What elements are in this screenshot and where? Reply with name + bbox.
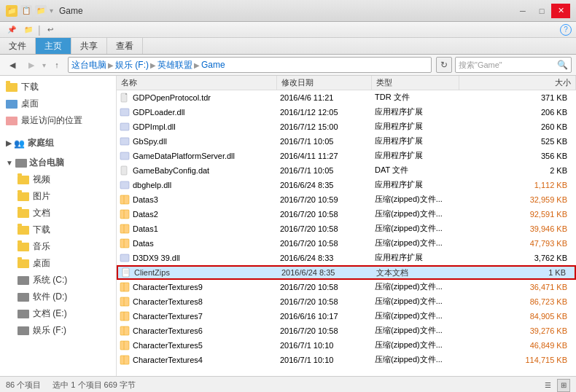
sidebar-item-computer[interactable]: ▼ 这台电脑 xyxy=(0,154,116,171)
crumb-league[interactable]: 英雄联盟 xyxy=(157,59,192,71)
zip-icon xyxy=(120,340,130,350)
file-list: GDPOpenProtocol.tdr 2016/4/6 11:21 TDR 文… xyxy=(117,90,576,376)
sidebar-item-pictures[interactable]: 图片 xyxy=(0,188,116,205)
properties-btn[interactable]: 📌 xyxy=(4,23,19,36)
crumb-drive[interactable]: 娱乐 (F:) xyxy=(115,59,149,71)
dll-icon xyxy=(120,151,130,161)
zip-icon xyxy=(120,224,130,234)
folder-icon xyxy=(17,176,29,184)
back-button[interactable]: ◀ xyxy=(4,57,20,73)
sidebar-item-music[interactable]: 音乐 xyxy=(0,238,116,255)
search-field[interactable]: 搜索"Game" 🔍 xyxy=(455,57,572,73)
header-date[interactable]: 修改日期 xyxy=(277,76,372,90)
sidebar: 下载 桌面 最近访问的位置 ▶ 👥 家庭组 ▼ 这台电脑 视频 图片 xyxy=(0,76,117,376)
svg-rect-29 xyxy=(120,341,129,350)
sidebar-label: 娱乐 (F:) xyxy=(33,324,66,337)
table-row[interactable]: D3DX9 39.dll 2016/6/24 8:33 应用程序扩展 3,762… xyxy=(117,251,576,265)
table-row[interactable]: CharacterTextures7 2016/6/16 10:17 压缩(zi… xyxy=(117,309,576,324)
table-row[interactable]: CharacterTextures8 2016/7/20 10:58 压缩(zi… xyxy=(117,294,576,309)
crumb-sep1: ▶ xyxy=(108,61,114,69)
up-button[interactable]: ↑ xyxy=(49,57,65,73)
dll-icon xyxy=(120,253,130,263)
sidebar-item-drive-e[interactable]: 文档 (E:) xyxy=(0,305,116,322)
sidebar-item-docs[interactable]: 文档 xyxy=(0,205,116,222)
table-row[interactable]: CharacterTextures9 2016/7/20 10:58 压缩(zi… xyxy=(117,280,576,294)
table-row[interactable]: GameBabyConfig.dat 2016/7/1 10:05 DAT 文件… xyxy=(117,163,576,178)
forward-button[interactable]: ▶ xyxy=(23,57,39,73)
table-row[interactable]: GDPImpl.dll 2016/7/12 15:00 应用程序扩展 260 K… xyxy=(117,119,576,134)
txt-icon xyxy=(121,267,131,278)
quick-access-toolbar: 📌 📁 | ↩ ? xyxy=(0,22,576,38)
homegroup-icon: 👥 xyxy=(14,138,26,149)
table-row[interactable]: Datas1 2016/7/20 10:58 压缩(zipped)文件... 3… xyxy=(117,222,576,236)
ribbon: 文件 主页 共享 查看 xyxy=(0,38,576,55)
file-icon xyxy=(120,93,130,103)
undo-btn[interactable]: ↩ xyxy=(43,23,58,36)
table-row[interactable]: dbghelp.dll 2016/6/24 8:35 应用程序扩展 1,112 … xyxy=(117,178,576,192)
zip-icon xyxy=(120,311,130,321)
table-row[interactable]: Datas3 2016/7/20 10:59 压缩(zipped)文件... 3… xyxy=(117,192,576,207)
computer-icon xyxy=(15,159,27,168)
table-row[interactable]: GameDataPlatformServer.dll 2016/4/11 11:… xyxy=(117,149,576,163)
svg-rect-25 xyxy=(120,312,129,321)
dll-icon xyxy=(120,122,130,132)
tab-share[interactable]: 共享 xyxy=(71,38,107,54)
ribbon-tabs: 文件 主页 共享 查看 xyxy=(0,38,576,54)
selected-info: 选中 1 个项目 669 字节 xyxy=(52,380,136,391)
svg-rect-12 xyxy=(120,224,129,233)
sidebar-item-drive-d[interactable]: 软件 (D:) xyxy=(0,289,116,305)
tab-view[interactable]: 查看 xyxy=(107,38,143,54)
folder-icon xyxy=(17,259,29,268)
table-row-selected[interactable]: ClientZips 2016/6/24 8:35 文本文档 1 KB xyxy=(117,265,576,280)
header-size[interactable]: 大小 xyxy=(459,76,576,90)
table-row[interactable]: Datas2 2016/7/20 10:58 压缩(zipped)文件... 9… xyxy=(117,207,576,222)
address-field[interactable]: 这台电脑 ▶ 娱乐 (F:) ▶ 英雄联盟 ▶ Game xyxy=(68,57,432,73)
status-bar: 86 个项目 选中 1 个项目 669 字节 ☰ ⊞ xyxy=(0,376,576,392)
sidebar-item-recent[interactable]: 最近访问的位置 xyxy=(0,112,116,129)
maximize-button[interactable]: □ xyxy=(532,4,551,18)
sidebar-item-drive-c[interactable]: 系统 (C:) xyxy=(0,272,116,289)
crumb-computer[interactable]: 这台电脑 xyxy=(71,59,106,71)
search-icon: 🔍 xyxy=(557,60,568,70)
table-row[interactable]: GDPLoader.dll 2016/1/12 12:05 应用程序扩展 206… xyxy=(117,105,576,119)
crumb-sep3: ▶ xyxy=(194,61,200,69)
svg-rect-27 xyxy=(120,326,129,335)
sidebar-item-desktop[interactable]: 桌面 xyxy=(0,95,116,112)
table-row[interactable]: CharacterTextures4 2016/7/1 10:10 压缩(zip… xyxy=(117,353,576,367)
svg-rect-6 xyxy=(121,166,127,175)
sidebar-item-downloads[interactable]: 下载 xyxy=(0,79,116,95)
table-row[interactable]: CharacterTextures5 2016/7/1 10:10 压缩(zip… xyxy=(117,338,576,353)
sidebar-label: 最近访问的位置 xyxy=(21,114,82,127)
expand-icon: ▼ xyxy=(6,159,13,167)
table-row[interactable]: Datas 2016/7/20 10:58 压缩(zipped)文件... 47… xyxy=(117,236,576,251)
sidebar-section-homegroup[interactable]: ▶ 👥 家庭组 xyxy=(0,135,116,152)
window-controls: ─ □ ✕ xyxy=(513,4,570,18)
desktop-icon xyxy=(6,100,17,109)
dll-icon xyxy=(120,107,130,117)
help-btn[interactable]: ? xyxy=(560,24,572,36)
svg-rect-2 xyxy=(120,109,129,116)
minimize-button[interactable]: ─ xyxy=(513,4,532,18)
table-row[interactable]: CharacterTextures6 2016/7/20 10:58 压缩(zi… xyxy=(117,324,576,338)
new-folder-btn[interactable]: 📁 xyxy=(21,23,36,36)
drive-icon xyxy=(17,276,29,285)
tab-file[interactable]: 文件 xyxy=(0,38,36,54)
header-type[interactable]: 类型 xyxy=(372,76,459,90)
tab-home[interactable]: 主页 xyxy=(36,38,71,54)
svg-rect-16 xyxy=(120,254,129,262)
sidebar-item-desk2[interactable]: 桌面 xyxy=(0,255,116,272)
table-row[interactable]: GbSpy.dll 2016/7/1 10:05 应用程序扩展 525 KB xyxy=(117,134,576,149)
svg-rect-31 xyxy=(120,356,129,364)
sidebar-item-drive-f[interactable]: 娱乐 (F:) xyxy=(0,322,116,339)
svg-rect-3 xyxy=(120,123,129,130)
details-view-btn[interactable]: ☰ xyxy=(541,379,554,392)
header-name[interactable]: 名称 xyxy=(117,76,277,90)
zip-icon xyxy=(120,238,130,248)
sidebar-item-video[interactable]: 视频 xyxy=(0,171,116,188)
close-button[interactable]: ✕ xyxy=(551,4,570,18)
refresh-button[interactable]: ↻ xyxy=(436,57,452,73)
sidebar-item-dl2[interactable]: 下载 xyxy=(0,222,116,238)
crumb-game[interactable]: Game xyxy=(201,60,225,70)
table-row[interactable]: GDPOpenProtocol.tdr 2016/4/6 11:21 TDR 文… xyxy=(117,90,576,105)
list-view-btn[interactable]: ⊞ xyxy=(557,379,570,392)
